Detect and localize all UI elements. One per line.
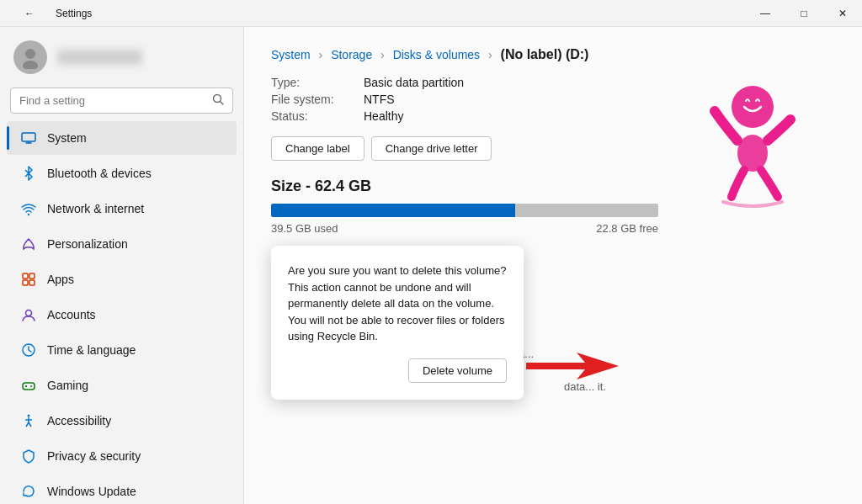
status-label: Status: <box>271 109 364 123</box>
app-body: ██████████ System <box>0 27 862 504</box>
svg-rect-9 <box>29 273 35 279</box>
accounts-icon <box>20 306 37 323</box>
svg-rect-4 <box>22 133 35 141</box>
breadcrumb-system[interactable]: System <box>271 48 311 61</box>
breadcrumb-sep3: › <box>488 48 492 61</box>
type-label: Type: <box>271 76 364 89</box>
svg-point-1 <box>23 61 38 69</box>
close-icon: ✕ <box>838 8 847 19</box>
search-box[interactable] <box>10 88 233 114</box>
sidebar-label-bluetooth: Bluetooth & devices <box>47 167 152 180</box>
sidebar-label-time: Time & language <box>47 343 136 357</box>
sidebar-label-network: Network & internet <box>47 202 144 215</box>
titlebar-left: ← Settings <box>10 0 92 27</box>
arrow-overlay <box>526 351 619 385</box>
change-letter-button[interactable]: Change drive letter <box>371 136 492 161</box>
titlebar: ← Settings — □ ✕ <box>0 0 862 27</box>
gaming-icon <box>20 377 37 394</box>
sidebar-label-accessibility: Accessibility <box>47 414 111 427</box>
avatar <box>13 40 47 74</box>
storage-labels: 39.5 GB used 22.8 GB free <box>271 222 658 235</box>
back-button[interactable]: ← <box>10 0 49 27</box>
minimize-button[interactable]: — <box>746 0 785 27</box>
change-label-button[interactable]: Change label <box>271 136 364 161</box>
svg-point-18 <box>28 415 30 417</box>
time-icon <box>20 342 37 358</box>
sidebar-item-apps[interactable]: Apps <box>7 263 237 296</box>
svg-line-22 <box>29 422 31 427</box>
minimize-icon: — <box>760 8 770 19</box>
sidebar-label-gaming: Gaming <box>47 379 88 392</box>
sidebar-label-privacy: Privacy & security <box>47 449 141 463</box>
svg-rect-8 <box>23 273 28 279</box>
breadcrumb-storage[interactable]: Storage <box>331 48 372 61</box>
svg-rect-10 <box>23 280 28 285</box>
sidebar-item-gaming[interactable]: Gaming <box>7 369 237 402</box>
svg-rect-11 <box>29 280 35 285</box>
network-icon <box>20 200 37 217</box>
svg-point-23 <box>732 86 774 128</box>
sidebar-label-accounts: Accounts <box>47 308 96 321</box>
apps-icon <box>20 271 37 288</box>
svg-rect-14 <box>23 383 35 390</box>
bluetooth-icon <box>20 165 37 182</box>
window-controls: — □ ✕ <box>746 0 862 27</box>
filesystem-label: File system: <box>271 93 364 106</box>
sidebar-item-time[interactable]: Time & language <box>7 333 237 367</box>
close-button[interactable]: ✕ <box>823 0 862 27</box>
search-icon <box>212 93 224 108</box>
type-value: Basic data partition <box>364 76 464 89</box>
storage-used-label: 39.5 GB used <box>271 222 338 235</box>
sidebar-item-accessibility[interactable]: Accessibility <box>7 404 237 438</box>
confirm-text: Are you sure you want to delete this vol… <box>288 263 507 345</box>
delete-volume-button[interactable]: Delete volume <box>408 358 507 383</box>
sidebar-item-personalization[interactable]: Personalization <box>7 227 237 261</box>
breadcrumb-sep2: › <box>380 48 385 61</box>
accessibility-icon <box>20 412 37 429</box>
content-area: System › Storage › Disks & volumes › (No… <box>244 27 862 504</box>
back-icon: ← <box>24 8 35 19</box>
status-value: Healthy <box>364 109 403 123</box>
update-icon <box>20 483 37 500</box>
filesystem-value: NTFS <box>364 93 395 106</box>
maximize-icon: □ <box>801 8 806 19</box>
sidebar-item-system[interactable]: System <box>7 121 237 155</box>
sidebar-label-update: Windows Update <box>47 485 136 498</box>
breadcrumb-disks[interactable]: Disks & volumes <box>393 48 480 61</box>
username: ██████████ <box>57 50 142 65</box>
breadcrumb-sep1: › <box>319 48 323 61</box>
storage-free-label: 22.8 GB free <box>596 222 658 235</box>
system-icon <box>20 130 37 146</box>
sidebar-label-personalization: Personalization <box>47 237 128 251</box>
sidebar-item-network[interactable]: Network & internet <box>7 192 237 225</box>
sidebar: ██████████ System <box>0 27 244 504</box>
breadcrumb-current: (No label) (D:) <box>501 47 589 61</box>
sidebar-item-update[interactable]: Windows Update <box>7 475 237 504</box>
sidebar-item-bluetooth[interactable]: Bluetooth & devices <box>7 157 237 190</box>
svg-line-3 <box>221 102 224 105</box>
mascot-area <box>677 61 845 229</box>
privacy-icon <box>20 448 37 464</box>
svg-point-12 <box>26 310 32 316</box>
svg-point-0 <box>25 49 35 59</box>
search-input[interactable] <box>19 94 205 107</box>
svg-line-21 <box>26 422 29 427</box>
personalization-icon <box>20 236 37 252</box>
maximize-button[interactable]: □ <box>785 0 823 27</box>
confirm-actions: Delete volume <box>288 358 507 383</box>
svg-marker-25 <box>526 353 619 379</box>
storage-bar-fill <box>271 204 515 217</box>
confirm-popup: Are you sure you want to delete this vol… <box>271 246 524 400</box>
sidebar-label-apps: Apps <box>47 273 74 286</box>
storage-bar <box>271 204 658 217</box>
svg-point-7 <box>28 214 29 215</box>
sidebar-label-system: System <box>47 131 87 145</box>
sidebar-item-accounts[interactable]: Accounts <box>7 298 237 332</box>
user-profile[interactable]: ██████████ <box>0 34 243 88</box>
sidebar-item-privacy[interactable]: Privacy & security <box>7 439 237 473</box>
svg-point-17 <box>30 385 32 387</box>
app-title: Settings <box>56 8 92 19</box>
